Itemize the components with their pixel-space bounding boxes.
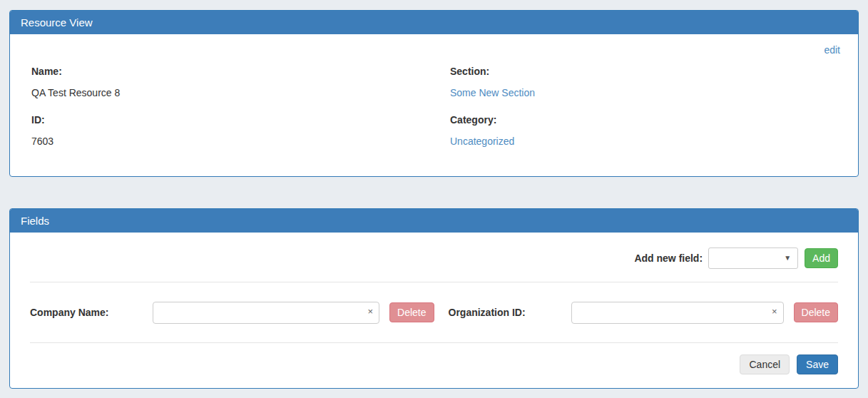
fields-panel-header: Fields bbox=[10, 209, 858, 233]
id-value: 7603 bbox=[31, 136, 425, 147]
clear-input-icon[interactable]: × bbox=[772, 307, 777, 316]
edit-row: edit bbox=[31, 40, 840, 58]
resource-field-id: ID: 7603 bbox=[31, 114, 432, 163]
company-name-field-group: Company Name: × Delete bbox=[30, 302, 434, 324]
add-field-row: Add new field: ▼ Add bbox=[10, 233, 858, 282]
company-name-label: Company Name: bbox=[30, 307, 153, 318]
resource-field-name: Name: QA Test Resource 8 bbox=[31, 66, 432, 114]
fields-panel: Fields Add new field: ▼ Add Company Name… bbox=[9, 208, 859, 389]
fields-panel-body: Add new field: ▼ Add Company Name: × Del… bbox=[10, 233, 858, 388]
fields-footer: Cancel Save bbox=[10, 343, 858, 386]
clear-input-icon[interactable]: × bbox=[367, 307, 373, 316]
add-new-field-label: Add new field: bbox=[634, 252, 703, 264]
section-link[interactable]: Some New Section bbox=[450, 87, 535, 98]
custom-fields-row: Company Name: × Delete Organization ID: … bbox=[10, 282, 858, 342]
company-name-input-wrap: × bbox=[153, 302, 379, 324]
organization-id-input-wrap: × bbox=[571, 302, 784, 324]
section-label: Section: bbox=[450, 66, 833, 77]
resource-grid: Name: QA Test Resource 8 Section: Some N… bbox=[31, 66, 840, 163]
edit-link[interactable]: edit bbox=[824, 44, 840, 56]
category-label: Category: bbox=[450, 114, 833, 126]
resource-view-title: Resource View bbox=[21, 16, 93, 29]
cancel-button[interactable]: Cancel bbox=[740, 354, 790, 374]
id-label: ID: bbox=[31, 114, 425, 126]
resource-view-body: edit Name: QA Test Resource 8 Section: S… bbox=[10, 34, 858, 177]
delete-company-name-button[interactable]: Delete bbox=[389, 302, 434, 322]
resource-view-panel: Resource View edit Name: QA Test Resourc… bbox=[9, 10, 859, 177]
category-link[interactable]: Uncategorized bbox=[450, 136, 514, 147]
fields-title: Fields bbox=[21, 215, 49, 227]
name-value: QA Test Resource 8 bbox=[31, 87, 425, 98]
organization-id-label: Organization ID: bbox=[449, 307, 571, 318]
add-field-dropdown[interactable]: ▼ bbox=[708, 248, 798, 269]
organization-id-input[interactable] bbox=[571, 302, 784, 324]
company-name-input[interactable] bbox=[153, 302, 379, 324]
name-label: Name: bbox=[31, 66, 425, 77]
delete-organization-id-button[interactable]: Delete bbox=[794, 302, 838, 322]
chevron-down-icon: ▼ bbox=[784, 254, 791, 262]
resource-view-panel-header: Resource View bbox=[10, 11, 858, 34]
organization-id-field-group: Organization ID: × Delete bbox=[434, 302, 839, 324]
resource-field-category: Category: Uncategorized bbox=[439, 114, 840, 163]
save-button[interactable]: Save bbox=[797, 354, 838, 374]
resource-field-section: Section: Some New Section bbox=[439, 66, 840, 114]
add-button[interactable]: Add bbox=[805, 248, 838, 268]
